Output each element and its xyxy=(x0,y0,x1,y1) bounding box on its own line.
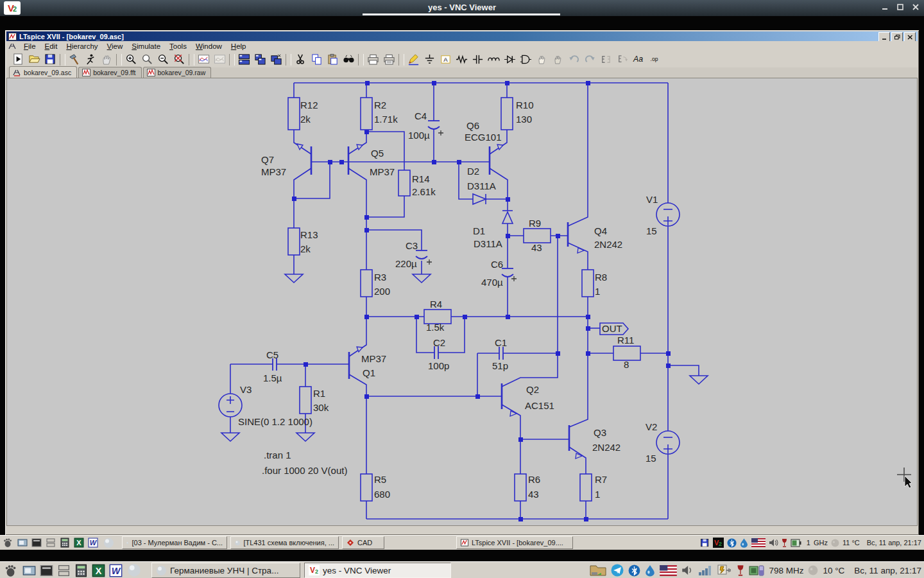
menu-hierarchy[interactable]: Hierarchy xyxy=(62,42,102,51)
us-flag-tray-icon[interactable] xyxy=(751,538,766,547)
water-drop-tray-icon[interactable] xyxy=(740,538,748,548)
inductor-tool-button[interactable] xyxy=(486,53,502,66)
move-tool-button[interactable] xyxy=(534,53,550,66)
schematic-canvas[interactable]: OUT R122k R21.71k C4100µ R10130 Q6ECG101… xyxy=(6,78,918,526)
volume-tray-icon[interactable] xyxy=(769,538,778,547)
menu-view[interactable]: View xyxy=(103,42,128,51)
taskbar-window-ltspice[interactable]: LTspice XVII - [bokarev_09.... xyxy=(456,536,573,549)
tile-vertical-button[interactable] xyxy=(252,53,268,66)
vnc-tray-icon[interactable]: V2 xyxy=(713,538,724,548)
text-tool-button[interactable]: Aa xyxy=(630,53,646,66)
control-panel-button[interactable] xyxy=(67,53,83,66)
menu-simulate[interactable]: Simulate xyxy=(127,42,165,51)
vnc-minimize-button[interactable] xyxy=(880,3,889,12)
directive-tran[interactable]: .tran 1 xyxy=(264,450,291,460)
taskbar-window-browser[interactable]: Германиевые УНЧ | Стра... xyxy=(151,563,300,578)
excel-launcher-icon[interactable]: X xyxy=(90,564,107,577)
menu-help[interactable]: Help xyxy=(227,42,251,51)
calculator-launcher-icon[interactable] xyxy=(58,538,72,548)
mirror-tool-button[interactable] xyxy=(598,53,614,66)
word-launcher-icon[interactable]: W xyxy=(86,538,100,548)
excel-launcher-icon[interactable]: X xyxy=(72,538,86,548)
telegram-tray-icon[interactable] xyxy=(611,564,624,577)
volume-tray-icon[interactable] xyxy=(681,565,694,576)
bluetooth-tray-icon[interactable] xyxy=(727,538,737,548)
taskbar-window-cad[interactable]: CAD xyxy=(342,536,384,549)
start-foot-icon[interactable] xyxy=(0,564,21,577)
terminal-launcher-icon[interactable] xyxy=(30,538,44,548)
zoom-box-button[interactable] xyxy=(139,53,155,66)
print-button[interactable] xyxy=(365,53,381,66)
copy-button[interactable] xyxy=(309,53,325,66)
vnc-close-button[interactable] xyxy=(911,3,920,12)
find-button[interactable] xyxy=(341,53,357,66)
ltspice-close-button[interactable] xyxy=(904,32,916,42)
ltspice-minimize-button[interactable] xyxy=(878,32,890,42)
menu-edit[interactable]: Edit xyxy=(40,42,62,51)
screenshot-launcher-icon[interactable] xyxy=(21,564,38,577)
spice-directive-button[interactable]: .op xyxy=(646,53,662,66)
directive-four[interactable]: .four 1000 20 V(out) xyxy=(262,465,347,476)
run-button[interactable] xyxy=(10,53,26,66)
component-tool-button[interactable] xyxy=(518,53,534,66)
wine-tray-icon[interactable] xyxy=(737,565,744,577)
taskbar-window-vnc[interactable]: V2 yes - VNC Viewer xyxy=(304,563,451,578)
plot-settings-button[interactable] xyxy=(212,53,228,66)
paste-button[interactable] xyxy=(325,53,341,66)
schematic[interactable]: OUT R122k R21.71k C4100µ R10130 Q6ECG101… xyxy=(7,78,918,528)
zoom-extents-button[interactable] xyxy=(171,53,187,66)
word-launcher-icon[interactable]: W xyxy=(107,564,124,577)
save-tray-icon[interactable] xyxy=(700,538,710,548)
rotate-tool-button[interactable] xyxy=(614,53,630,66)
zoom-out-button[interactable] xyxy=(155,53,171,66)
open-button[interactable] xyxy=(26,53,42,66)
run-man-button[interactable] xyxy=(83,53,99,66)
out-net-flag[interactable]: OUT xyxy=(600,323,628,335)
globe-launcher-icon[interactable] xyxy=(124,563,144,577)
us-flag-tray-icon[interactable] xyxy=(660,565,677,576)
menu-file[interactable]: File xyxy=(19,42,40,51)
menu-tools[interactable]: Tools xyxy=(165,42,191,51)
calculator-launcher-icon[interactable] xyxy=(73,564,90,577)
tab-schematic[interactable]: bokarev_09.asc xyxy=(9,66,77,78)
globe-launcher-icon[interactable] xyxy=(100,538,117,548)
terminal-launcher-icon[interactable] xyxy=(38,564,55,577)
cut-button[interactable] xyxy=(293,53,309,66)
power-plug-tray-icon[interactable] xyxy=(717,564,732,577)
print-setup-button[interactable] xyxy=(381,53,397,66)
drag-tool-button[interactable] xyxy=(550,53,566,66)
undo-button[interactable] xyxy=(566,53,582,66)
taskbar-window-document[interactable]: [03 - Мулерман Вадим - С... xyxy=(122,536,227,549)
wire-tool-button[interactable] xyxy=(406,53,422,66)
halt-button[interactable] xyxy=(99,53,115,66)
ltspice-restore-button[interactable] xyxy=(891,32,903,42)
folder-tray-icon[interactable] xyxy=(590,564,606,577)
water-drop-tray-icon[interactable] xyxy=(645,565,655,577)
save-button[interactable] xyxy=(42,53,58,66)
file-manager-launcher-icon[interactable] xyxy=(44,538,58,548)
capacitor-tool-button[interactable] xyxy=(470,53,486,66)
start-foot-icon[interactable] xyxy=(0,538,15,548)
menu-window[interactable]: Window xyxy=(191,42,227,51)
battery-tray-icon[interactable] xyxy=(791,538,803,548)
zoom-in-button[interactable] xyxy=(123,53,139,66)
screenshot-launcher-icon[interactable] xyxy=(15,538,30,548)
label-tool-button[interactable]: A xyxy=(438,53,454,66)
vnc-maximize-button[interactable] xyxy=(896,3,905,12)
tab-fft[interactable]: bokarev_09.fft xyxy=(78,67,141,78)
autorange-plot-button[interactable] xyxy=(196,53,212,66)
diode-tool-button[interactable] xyxy=(502,53,518,66)
tile-horizontal-button[interactable] xyxy=(236,53,252,66)
ground-tool-button[interactable] xyxy=(422,53,438,66)
tab-raw[interactable]: bokarev_09.raw xyxy=(143,67,212,78)
redo-button[interactable] xyxy=(582,53,598,66)
cpu-battery-tray-icon[interactable] xyxy=(749,565,764,577)
bluetooth-tray-icon[interactable] xyxy=(628,565,640,577)
taskbar-window-tl431[interactable]: [TL431 схема включения, ... xyxy=(230,536,339,549)
signal-tray-icon[interactable] xyxy=(698,565,712,576)
resistor-tool-button[interactable] xyxy=(454,53,470,66)
clock[interactable]: Вс, 11 апр, 21:17 xyxy=(854,566,921,575)
wine-tray-icon[interactable] xyxy=(782,538,787,548)
cascade-windows-button[interactable] xyxy=(268,53,284,66)
clock[interactable]: Вс, 11 апр, 21:17 xyxy=(867,539,921,547)
